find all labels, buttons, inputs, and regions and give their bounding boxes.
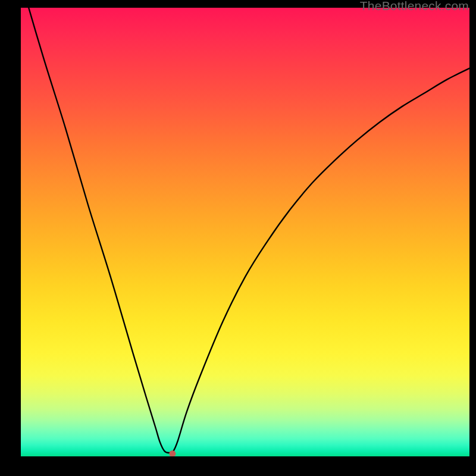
minimum-marker (169, 450, 176, 456)
chart-stage: TheBottleneck.com (0, 0, 476, 476)
plot-area (21, 8, 469, 456)
curve-layer (21, 8, 469, 456)
curve-path (21, 8, 469, 453)
bottleneck-curve (21, 8, 469, 456)
watermark-text: TheBottleneck.com (360, 0, 469, 13)
